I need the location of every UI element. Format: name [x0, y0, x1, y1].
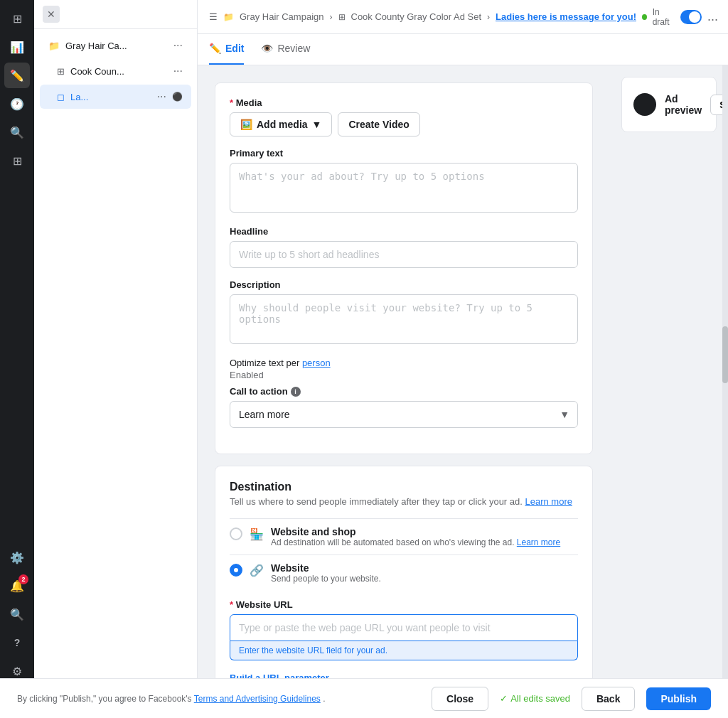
help-icon[interactable]: ? — [4, 630, 30, 655]
tab-review[interactable]: 👁️ Review — [261, 34, 310, 65]
saved-status: ✓ All edits saved — [500, 693, 570, 704]
radio-website[interactable]: 🔗 Website Send people to your website. — [230, 554, 578, 591]
preview-scrollbar[interactable] — [722, 65, 728, 718]
website-url-label: Website URL — [230, 599, 578, 610]
edit-tab-icon: ✏️ — [209, 43, 221, 54]
primary-text-input[interactable] — [230, 163, 578, 213]
url-input-wrapper: Enter the website URL field for your ad. — [230, 614, 578, 660]
settings-icon[interactable]: ⚙️ — [4, 545, 30, 570]
chart-icon[interactable]: 📊 — [4, 34, 30, 60]
nav-item-cook-county[interactable]: ⊞ Cook Coun... ··· — [40, 59, 191, 83]
cta-select[interactable]: Learn more Shop now Sign up Contact us B… — [230, 401, 578, 428]
preview-scrollbar-thumb — [722, 326, 728, 383]
terms-link[interactable]: Terms and Advertising Guidelines — [194, 694, 321, 704]
optimize-person-link[interactable]: person — [302, 358, 331, 368]
add-media-icon: 🖼️ — [240, 119, 252, 130]
description-label: Description — [230, 279, 578, 290]
breadcrumb-status: In draft ... — [642, 7, 718, 27]
website-icon: 🔗 — [250, 564, 264, 577]
cta-info-icon[interactable]: i — [291, 387, 301, 397]
breadcrumb-ad[interactable]: Ladies here is message for you! — [496, 11, 636, 22]
website-shop-content: Website and shop Ad destination will be … — [271, 526, 560, 547]
create-video-button[interactable]: Create Video — [338, 112, 419, 136]
nav-item-gray-hair-more[interactable]: ··· — [173, 39, 183, 52]
breadcrumb-sidebar-toggle[interactable]: ☰ — [209, 11, 218, 22]
description-input[interactable] — [230, 294, 578, 344]
tab-edit[interactable]: ✏️ Edit — [209, 34, 244, 65]
media-buttons: 🖼️ Add media ▼ Create Video — [230, 112, 578, 136]
close-button[interactable]: Close — [432, 687, 488, 711]
notifications-icon[interactable]: 🔔 2 — [4, 573, 30, 599]
search2-icon[interactable]: 🔍 — [4, 601, 30, 627]
destination-title: Destination — [230, 481, 578, 493]
nav-item-cook-county-label: Cook Coun... — [70, 66, 168, 77]
tab-bar: ✏️ Edit 👁️ Review — [198, 34, 728, 65]
notifications-badge: 2 — [18, 574, 28, 584]
nav-item-ladies-toggle[interactable]: ⚫ — [172, 92, 183, 102]
content-columns: Media 🖼️ Add media ▼ Create Video — [198, 65, 728, 718]
radio-website-and-shop[interactable]: 🏪 Website and shop Ad destination will b… — [230, 518, 578, 554]
description-field-group: Description — [230, 279, 578, 346]
disclaimer-text: By clicking "Publish," you agree to Face… — [17, 694, 192, 704]
preview-title: Ad preview — [665, 93, 702, 116]
preview-panel: Ad preview Share ▼ ↗ Advanced preview — [610, 65, 728, 718]
cta-label: Call to action i — [230, 386, 578, 397]
clock-icon[interactable]: 🕐 — [4, 91, 30, 117]
website-shop-desc: Ad destination will be automated based o… — [271, 537, 560, 547]
optimize-label: Optimize text per person — [230, 358, 578, 368]
nav-item-gray-hair-label: Gray Hair Ca... — [65, 41, 168, 51]
adset-icon: ⊞ — [57, 66, 65, 77]
publish-button[interactable]: Publish — [646, 687, 711, 710]
preview-header: Ad preview Share ▼ ↗ Advanced preview — [633, 89, 705, 120]
breadcrumb-adset-icon: ⊞ — [338, 12, 346, 22]
headline-input[interactable] — [230, 241, 578, 268]
nav-item-gray-hair[interactable]: 📁 Gray Hair Ca... ··· — [40, 33, 191, 58]
nav-item-cook-county-more[interactable]: ··· — [173, 65, 183, 77]
ad-icon: ◻ — [57, 92, 65, 102]
bottom-bar: By clicking "Publish," you agree to Face… — [0, 678, 728, 718]
create-video-label: Create Video — [348, 119, 409, 130]
url-error-message: Enter the website URL field for your ad. — [230, 641, 578, 660]
optimize-enabled-text: Enabled — [230, 370, 578, 380]
ad-creative-section: Media 🖼️ Add media ▼ Create Video — [215, 82, 593, 454]
back-button[interactable]: Back — [582, 687, 635, 711]
breadcrumb-campaign[interactable]: Gray Hair Campaign — [240, 11, 324, 22]
primary-text-label: Primary text — [230, 148, 578, 159]
folder-icon: 📁 — [48, 41, 60, 51]
nav-item-ladies[interactable]: ◻ La... ··· ⚫ — [40, 85, 191, 109]
website-shop-icon: 🏪 — [250, 527, 264, 541]
saved-check-icon: ✓ — [500, 693, 508, 704]
website-label: Website — [271, 562, 381, 574]
breadcrumb-sep-1: › — [330, 12, 333, 22]
media-label: Media — [230, 97, 578, 108]
review-tab-icon: 👁️ — [261, 43, 273, 54]
website-shop-label: Website and shop — [271, 526, 560, 537]
status-text: In draft — [653, 7, 675, 27]
form-panel: Media 🖼️ Add media ▼ Create Video — [198, 65, 610, 718]
bottom-disclaimer: By clicking "Publish," you agree to Face… — [17, 694, 420, 704]
website-url-field-group: Website URL Enter the website URL field … — [230, 599, 578, 660]
nav-item-ladies-more[interactable]: ··· — [157, 90, 166, 103]
nav-header: ✕ — [34, 0, 197, 29]
saved-text-label: All edits saved — [510, 693, 570, 704]
edit-icon[interactable]: ✏️ — [4, 63, 30, 88]
nav-close-button[interactable]: ✕ — [43, 6, 60, 23]
website-desc: Send people to your website. — [271, 574, 381, 584]
search-icon[interactable]: 🔍 — [4, 119, 30, 145]
breadcrumb-more-button[interactable]: ... — [707, 9, 718, 24]
media-field-group: Media 🖼️ Add media ▼ Create Video — [230, 97, 578, 136]
breadcrumb-adset[interactable]: Cook County Gray Color Ad Set — [351, 11, 482, 22]
headline-label: Headline — [230, 226, 578, 237]
cta-label-text: Call to action — [230, 386, 288, 397]
radio-website-and-shop-circle — [230, 527, 242, 540]
home-icon[interactable]: ⊞ — [4, 6, 30, 31]
destination-learn-more-link[interactable]: Learn more — [525, 496, 572, 507]
add-media-button[interactable]: 🖼️ Add media ▼ — [230, 112, 332, 136]
website-url-input[interactable] — [230, 614, 578, 641]
preview-avatar — [633, 93, 656, 116]
website-shop-learn-more[interactable]: Learn more — [517, 537, 560, 547]
preview-card: Ad preview Share ▼ ↗ Advanced preview — [621, 77, 717, 132]
draft-toggle[interactable] — [680, 10, 702, 24]
left-sidebar: ⊞ 📊 ✏️ 🕐 🔍 ⊞ ⚙️ 🔔 2 🔍 ? ⚙ ☰ — [0, 0, 34, 718]
grid-icon[interactable]: ⊞ — [4, 148, 30, 173]
